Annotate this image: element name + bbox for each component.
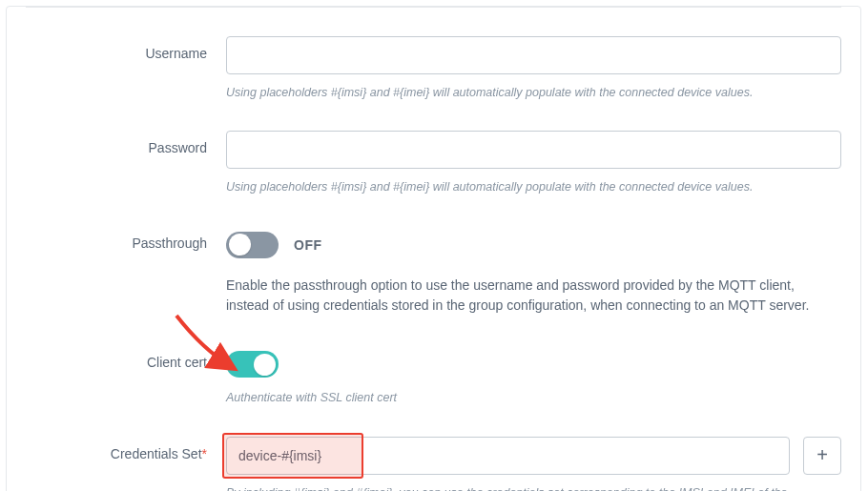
label-username: Username xyxy=(26,36,226,61)
label-passthrough: Passthrough xyxy=(26,226,226,251)
row-client-cert: Client cert Authenticate with SSL client… xyxy=(26,345,841,407)
required-mark: * xyxy=(202,446,207,461)
label-credentials-set: Credentials Set* xyxy=(26,437,226,461)
row-passthrough: Passthrough OFF Enable the passthrough o… xyxy=(26,226,841,317)
passthrough-toggle[interactable] xyxy=(226,232,279,258)
hint-client-cert: Authenticate with SSL client cert xyxy=(226,389,841,407)
add-credentials-button[interactable]: + xyxy=(803,437,841,475)
password-input[interactable] xyxy=(226,131,841,169)
toggle-knob xyxy=(254,354,276,376)
section-divider xyxy=(26,7,841,8)
client-cert-toggle[interactable] xyxy=(226,351,279,378)
label-client-cert: Client cert xyxy=(26,345,226,370)
hint-credentials-set: By including #{imsi} and #{imei}, you ca… xyxy=(226,484,841,492)
hint-credentials-text: By including #{imsi} and #{imei}, you ca… xyxy=(226,486,788,492)
username-input[interactable] xyxy=(226,36,841,74)
passthrough-state-label: OFF xyxy=(294,237,322,253)
desc-passthrough: Enable the passthrough option to use the… xyxy=(226,276,837,317)
plus-icon: + xyxy=(816,444,828,466)
label-credentials-set-text: Credentials Set xyxy=(111,446,202,461)
label-password: Password xyxy=(26,131,226,155)
form-panel: Username Using placeholders #{imsi} and … xyxy=(6,6,861,491)
row-username: Username Using placeholders #{imsi} and … xyxy=(26,36,841,102)
row-credentials-set: Credentials Set* + By including #{imsi} … xyxy=(26,437,841,492)
hint-username: Using placeholders #{imsi} and #{imei} w… xyxy=(226,84,841,102)
hint-password: Using placeholders #{imsi} and #{imei} w… xyxy=(226,178,841,196)
row-password: Password Using placeholders #{imsi} and … xyxy=(26,131,841,196)
credentials-set-input[interactable] xyxy=(226,437,790,475)
toggle-knob xyxy=(229,234,251,256)
